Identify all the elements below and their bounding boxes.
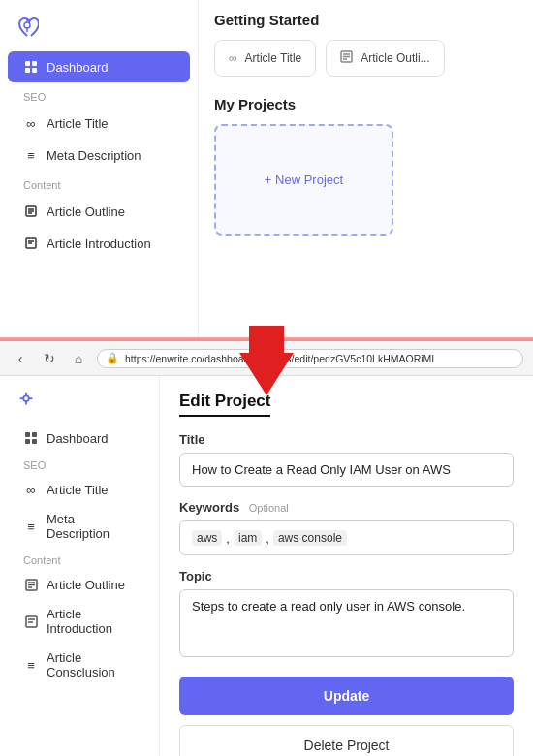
sidebar-item-dashboard-top[interactable]: Dashboard	[8, 51, 190, 82]
svg-rect-5	[25, 68, 30, 73]
template-card-label-2: Article Outli...	[361, 51, 429, 65]
svg-rect-25	[25, 439, 30, 444]
main-top: Getting Started ∞ Article Title Article …	[199, 0, 533, 337]
keyword-tag-2: iam	[234, 530, 262, 546]
template-card-icon-1: ∞	[229, 51, 237, 65]
article-outline-icon-top	[23, 204, 39, 219]
meta-desc-label-top: Meta Description	[47, 148, 141, 163]
article-conclusion-label-bottom: Article Consclusion	[47, 650, 136, 679]
logo-bottom	[0, 384, 159, 423]
svg-rect-4	[32, 61, 37, 66]
template-card-article-title[interactable]: ∞ Article Title	[214, 40, 316, 77]
sidebar-bottom: Dashboard SEO ∞ Article Title ≡ Meta Des…	[0, 376, 160, 756]
content-label-bottom: Content	[0, 549, 159, 569]
meta-desc-icon-top: ≡	[23, 147, 39, 163]
getting-started-title: Getting Started	[214, 12, 517, 28]
new-project-button[interactable]: + New Project	[214, 124, 393, 236]
keyword-tag-1: aws	[192, 530, 222, 546]
top-panel: Dashboard SEO ∞ Article Title ≡ Meta Des…	[0, 0, 533, 339]
topic-textarea[interactable]: Steps to create a read only user in AWS …	[179, 589, 514, 657]
keyword-tag-3: aws console	[273, 530, 347, 546]
article-intro-label-top: Article Introduction	[47, 236, 151, 251]
svg-rect-26	[32, 439, 37, 444]
dashboard-icon-bottom	[23, 430, 39, 446]
bottom-panel: ‹ ↻ ⌂ 🔒 https://enwrite.co/dashboard/pro…	[0, 339, 533, 756]
template-cards: ∞ Article Title Article Outli...	[214, 40, 517, 77]
edit-project-main: Edit Project Title Keywords Optional aws…	[160, 376, 533, 756]
dashboard-label-bottom: Dashboard	[47, 431, 109, 446]
lock-icon: 🔒	[106, 352, 119, 364]
svg-point-0	[24, 22, 30, 28]
template-card-icon-2	[340, 50, 353, 66]
article-title-label-top: Article Title	[47, 116, 109, 131]
article-intro-label-bottom: Article Introduction	[47, 607, 136, 636]
sidebar-item-intro-bottom[interactable]: Article Introduction	[8, 600, 151, 643]
article-outline-label-top: Article Outline	[47, 205, 125, 219]
optional-badge: Optional	[249, 502, 289, 514]
template-card-label-1: Article Title	[245, 51, 302, 65]
logo-top	[0, 8, 198, 50]
sidebar-item-outline-bottom[interactable]: Article Outline	[8, 570, 151, 599]
svg-rect-23	[25, 432, 30, 437]
sidebar-item-article-title-top[interactable]: ∞ Article Title	[8, 108, 190, 139]
home-icon: ⌂	[75, 351, 82, 366]
sidebar-item-meta-desc-top[interactable]: ≡ Meta Description	[8, 140, 190, 171]
svg-rect-6	[32, 68, 37, 73]
content-section-top: Content	[0, 172, 198, 195]
meta-desc-icon-bottom: ≡	[23, 519, 39, 534]
new-project-label: + New Project	[265, 173, 343, 187]
svg-rect-24	[32, 432, 37, 437]
seo-label-bottom: SEO	[0, 454, 159, 474]
article-title-icon-top: ∞	[23, 115, 39, 131]
title-input[interactable]	[179, 453, 514, 487]
sidebar-item-meta-desc-bottom[interactable]: ≡ Meta Description	[8, 505, 151, 548]
article-outline-label-bottom: Article Outline	[47, 578, 125, 592]
address-bar[interactable]: 🔒 https://enwrite.co/dashboard/projects/…	[97, 349, 523, 368]
keywords-input[interactable]: aws, iam, aws console	[179, 520, 514, 555]
sidebar-top: Dashboard SEO ∞ Article Title ≡ Meta Des…	[0, 0, 199, 337]
keywords-label: Keywords Optional	[179, 500, 514, 515]
back-button[interactable]: ‹	[10, 348, 31, 369]
svg-rect-3	[25, 61, 30, 66]
reload-button[interactable]: ↻	[39, 348, 60, 369]
article-conclusion-icon-bottom: ≡	[23, 657, 39, 673]
home-button[interactable]: ⌂	[68, 348, 89, 369]
template-card-article-outline[interactable]: Article Outli...	[326, 40, 444, 77]
title-label: Title	[179, 432, 514, 447]
delete-project-button[interactable]: Delete Project	[179, 725, 514, 756]
dashboard-label-top: Dashboard	[47, 60, 109, 75]
seo-section-top: SEO	[0, 83, 198, 107]
browser-content: Dashboard SEO ∞ Article Title ≡ Meta Des…	[0, 376, 533, 756]
reload-icon: ↻	[44, 351, 55, 366]
sidebar-item-article-outline-top[interactable]: Article Outline	[8, 196, 190, 227]
back-icon: ‹	[18, 351, 23, 366]
article-outline-icon-bottom	[23, 577, 39, 592]
my-projects-title: My Projects	[214, 96, 517, 112]
sidebar-item-article-title-bottom[interactable]: ∞ Article Title	[8, 475, 151, 504]
dashboard-icon-top	[23, 59, 39, 75]
sidebar-item-conclusion-bottom[interactable]: ≡ Article Consclusion	[8, 644, 151, 686]
update-button[interactable]: Update	[179, 677, 514, 715]
sidebar-item-dashboard-bottom[interactable]: Dashboard	[8, 424, 151, 453]
svg-point-18	[23, 395, 29, 401]
article-intro-icon-bottom	[23, 614, 39, 629]
meta-desc-label-bottom: Meta Description	[47, 512, 136, 541]
sidebar-item-article-intro-top[interactable]: Article Introduction	[8, 228, 190, 259]
topic-label: Topic	[179, 569, 514, 583]
article-intro-icon-top	[23, 236, 39, 251]
down-arrow	[239, 326, 294, 395]
article-title-icon-bottom: ∞	[23, 482, 39, 497]
article-title-label-bottom: Article Title	[47, 483, 109, 497]
